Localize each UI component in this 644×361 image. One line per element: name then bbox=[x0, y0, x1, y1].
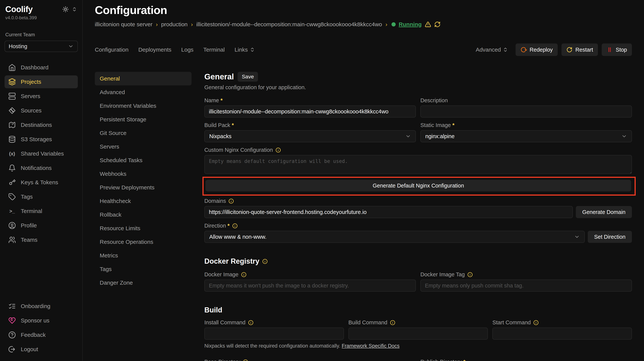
sidebar-item-terminal[interactable]: >_ Terminal bbox=[4, 205, 78, 218]
chevron-down-icon bbox=[405, 133, 411, 139]
breadcrumb-application[interactable]: illicitestonion/-module--decomposition:m… bbox=[196, 21, 382, 28]
sidebar-item-teams[interactable]: Teams bbox=[4, 233, 78, 246]
install-command-input[interactable] bbox=[204, 327, 344, 340]
nginx-config-textarea[interactable] bbox=[204, 155, 632, 174]
team-select[interactable]: Hosting bbox=[4, 41, 78, 52]
save-button[interactable]: Save bbox=[238, 72, 258, 82]
info-icon bbox=[232, 223, 238, 228]
subnav-webhooks[interactable]: Webhooks bbox=[95, 167, 192, 181]
sidebar-item-tags[interactable]: Tags bbox=[4, 190, 78, 203]
stop-button[interactable]: Stop bbox=[602, 44, 632, 56]
status-running-dot bbox=[392, 22, 396, 27]
subnav-git-source[interactable]: Git Source bbox=[95, 126, 192, 140]
status-running-link[interactable]: Running bbox=[399, 21, 422, 28]
redeploy-button[interactable]: Redeploy bbox=[516, 44, 558, 56]
breadcrumb: illicitonion quote server › production ›… bbox=[95, 21, 632, 28]
sidebar-item-sources[interactable]: Sources bbox=[4, 104, 78, 117]
general-subtitle: General configuration for your applicati… bbox=[204, 84, 632, 91]
theme-sun-icon[interactable] bbox=[62, 6, 69, 13]
redeploy-label: Redeploy bbox=[530, 47, 553, 53]
domains-label: Domains bbox=[204, 198, 632, 204]
heart-handshake-icon bbox=[8, 317, 16, 324]
sidebar-item-servers[interactable]: Servers bbox=[4, 90, 78, 103]
domains-input[interactable] bbox=[204, 206, 573, 218]
help-circle-icon bbox=[8, 331, 16, 339]
sidebar-item-label: Sponsor us bbox=[21, 317, 50, 324]
docker-image-tag-input[interactable] bbox=[420, 279, 632, 292]
sidebar-item-label: Projects bbox=[21, 79, 41, 85]
sidebar-item-destinations[interactable]: Destinations bbox=[4, 119, 78, 131]
sidebar-item-label: Terminal bbox=[21, 208, 42, 214]
generate-domain-button[interactable]: Generate Domain bbox=[576, 206, 632, 218]
sidebar-item-keys-tokens[interactable]: Keys & Tokens bbox=[4, 176, 78, 189]
sidebar-item-label: Servers bbox=[21, 93, 40, 99]
stop-label: Stop bbox=[616, 47, 627, 53]
nixpacks-note: Nixpacks will detect the required config… bbox=[204, 343, 632, 349]
tab-links[interactable]: Links bbox=[234, 47, 255, 53]
sidebar-footer: Onboarding Sponsor us Feedback Logout bbox=[4, 300, 78, 356]
subnav-rollback[interactable]: Rollback bbox=[95, 208, 192, 221]
subnav-metrics[interactable]: Metrics bbox=[95, 249, 192, 262]
sidebar-item-label: Keys & Tokens bbox=[21, 179, 58, 186]
info-icon bbox=[248, 320, 254, 325]
start-command-input[interactable] bbox=[492, 327, 632, 340]
build-pack-select[interactable]: Nixpacks bbox=[204, 130, 416, 142]
subnav-resource-operations[interactable]: Resource Operations bbox=[95, 235, 192, 249]
sidebar-item-label: Onboarding bbox=[21, 303, 50, 309]
subnav-general[interactable]: General bbox=[95, 72, 192, 85]
advanced-label: Advanced bbox=[476, 47, 501, 53]
home-icon bbox=[8, 64, 16, 71]
sidebar-item-label: Feedback bbox=[21, 332, 46, 338]
subnav-danger-zone[interactable]: Danger Zone bbox=[95, 276, 192, 289]
sidebar-item-onboarding[interactable]: Onboarding bbox=[4, 300, 78, 313]
direction-select[interactable]: Allow www & non-www. bbox=[204, 231, 585, 243]
framework-docs-link[interactable]: Framework Specific Docs bbox=[342, 343, 400, 349]
base-directory-label: Base Directory bbox=[204, 359, 416, 361]
description-input[interactable] bbox=[420, 106, 632, 118]
tab-deployments[interactable]: Deployments bbox=[138, 47, 171, 53]
subnav-resource-limits[interactable]: Resource Limits bbox=[95, 221, 192, 235]
docker-image-input[interactable] bbox=[204, 279, 416, 292]
name-input[interactable] bbox=[204, 106, 416, 118]
info-icon bbox=[243, 359, 248, 361]
subnav-advanced[interactable]: Advanced bbox=[95, 85, 192, 99]
refresh-icon[interactable] bbox=[434, 21, 440, 28]
publish-directory-label: Publish Directory bbox=[420, 359, 632, 361]
tab-terminal[interactable]: Terminal bbox=[204, 47, 225, 53]
sidebar-item-shared-variables[interactable]: (x) Shared Variables bbox=[4, 147, 78, 160]
info-icon bbox=[533, 320, 538, 325]
warning-triangle-icon[interactable] bbox=[425, 21, 431, 28]
advanced-dropdown[interactable]: Advanced bbox=[476, 47, 508, 53]
breadcrumb-environment[interactable]: production bbox=[161, 21, 188, 28]
static-image-select[interactable]: nginx:alpine bbox=[420, 130, 632, 142]
subnav-servers[interactable]: Servers bbox=[95, 140, 192, 153]
page-title: Configuration bbox=[95, 4, 632, 17]
users-icon bbox=[8, 236, 16, 244]
breadcrumb-project[interactable]: illicitonion quote server bbox=[95, 21, 152, 28]
subnav-healthcheck[interactable]: Healthcheck bbox=[95, 194, 192, 208]
sidebar-item-logout[interactable]: Logout bbox=[4, 343, 78, 356]
tab-links-label: Links bbox=[234, 47, 248, 53]
sidebar-item-sponsor[interactable]: Sponsor us bbox=[4, 314, 78, 327]
sidebar-item-feedback[interactable]: Feedback bbox=[4, 328, 78, 341]
tab-configuration[interactable]: Configuration bbox=[95, 47, 128, 53]
subnav-tags[interactable]: Tags bbox=[95, 262, 192, 276]
subnav-environment-variables[interactable]: Environment Variables bbox=[95, 99, 192, 113]
tab-logs[interactable]: Logs bbox=[181, 47, 194, 53]
sidebar-item-dashboard[interactable]: Dashboard bbox=[4, 61, 78, 74]
restart-button[interactable]: Restart bbox=[562, 44, 598, 56]
nginx-config-label: Custom Nginx Configuration bbox=[204, 147, 632, 153]
sidebar-item-profile[interactable]: Profile bbox=[4, 219, 78, 232]
set-direction-button[interactable]: Set Direction bbox=[588, 231, 632, 243]
sidebar-item-projects[interactable]: Projects bbox=[4, 75, 78, 88]
subnav-preview-deployments[interactable]: Preview Deployments bbox=[95, 181, 192, 194]
build-command-input[interactable] bbox=[348, 327, 488, 340]
sidebar-item-notifications[interactable]: Notifications bbox=[4, 162, 78, 174]
subnav-scheduled-tasks[interactable]: Scheduled Tasks bbox=[95, 153, 192, 167]
sidebar-item-s3-storages[interactable]: S3 Storages bbox=[4, 133, 78, 146]
build-heading: Build bbox=[204, 306, 632, 314]
description-label: Description bbox=[420, 97, 632, 104]
subnav-persistent-storage[interactable]: Persistent Storage bbox=[95, 113, 192, 126]
chevrons-up-down-icon[interactable] bbox=[72, 7, 77, 12]
generate-nginx-config-button[interactable]: Generate Default Nginx Configuration bbox=[206, 180, 631, 191]
